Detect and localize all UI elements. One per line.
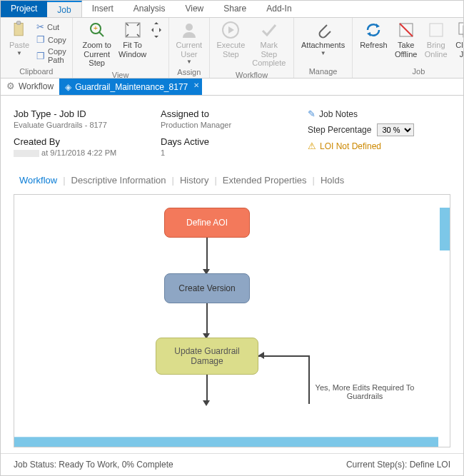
group-job: Refresh Take Offline Bring Online Clone … bbox=[353, 18, 464, 78]
mark-label: Mark Step Complete bbox=[252, 41, 286, 68]
group-clipboard: Paste ▼ Cut Copy Copy Path Clipboard bbox=[1, 18, 73, 78]
group-label-manage: Manage bbox=[298, 66, 348, 77]
tab-job[interactable]: Job bbox=[47, 1, 81, 17]
step-percentage-select[interactable]: 30 % bbox=[377, 123, 414, 136]
svg-line-3 bbox=[99, 32, 104, 36]
intab-workflow[interactable]: Workflow bbox=[14, 175, 63, 186]
notes-icon bbox=[308, 108, 316, 119]
loi-warning: LOI Not Defined bbox=[308, 141, 450, 151]
back-edge bbox=[258, 355, 308, 357]
copy-path-button[interactable]: Copy Path bbox=[35, 46, 68, 65]
status-left: Job Status: Ready To Work, 0% Complete bbox=[14, 460, 173, 470]
svg-rect-1 bbox=[17, 21, 21, 24]
gear-icon bbox=[6, 81, 15, 91]
days-heading: Days Active bbox=[161, 136, 308, 147]
svg-marker-10 bbox=[367, 32, 370, 36]
fit-window-icon bbox=[123, 21, 142, 39]
status-right: Current Step(s): Define LOI bbox=[346, 460, 450, 470]
node-update-guardrail[interactable]: Update Guardrail Damage bbox=[156, 338, 258, 375]
current-user-label: Current User bbox=[176, 41, 203, 59]
current-user-button[interactable]: Current User ▼ bbox=[173, 19, 206, 66]
node-create-version[interactable]: Create Version bbox=[164, 273, 250, 303]
status-bar: Job Status: Ready To Work, 0% Complete C… bbox=[1, 453, 463, 475]
refresh-button[interactable]: Refresh bbox=[357, 19, 390, 51]
execute-step-button[interactable]: Execute Step bbox=[214, 19, 247, 60]
main-tabs: Project Job Insert Analysis View Share A… bbox=[1, 1, 463, 18]
user-icon bbox=[180, 21, 198, 39]
vertical-scrollbar[interactable] bbox=[440, 208, 450, 250]
chevron-down-icon: ▼ bbox=[186, 59, 192, 65]
job-notes-link[interactable]: Job Notes bbox=[308, 108, 450, 119]
fit-window-button[interactable]: Fit To Window bbox=[118, 19, 147, 60]
chevron-down-icon: ▼ bbox=[321, 50, 326, 56]
cut-button[interactable]: Cut bbox=[35, 21, 68, 33]
arrow bbox=[206, 375, 208, 403]
jobtype-value: Evaluate Guardrails - 8177 bbox=[14, 121, 161, 129]
intab-descriptive[interactable]: Descriptive Information bbox=[66, 175, 172, 186]
redacted-user bbox=[14, 150, 39, 157]
online-label: Bring Online bbox=[425, 41, 448, 59]
step-percentage-label: Step Percentage bbox=[308, 125, 371, 135]
copy-button[interactable]: Copy bbox=[35, 34, 68, 46]
svg-rect-0 bbox=[14, 23, 23, 35]
node-define-aoi[interactable]: Define AOI bbox=[164, 208, 250, 238]
play-icon bbox=[221, 21, 240, 39]
paperclip-icon bbox=[314, 21, 333, 39]
group-label-clipboard: Clipboard bbox=[5, 66, 68, 77]
job-details: Job Type - Job ID Evaluate Guardrails - … bbox=[1, 96, 463, 171]
inner-tabs: Workflow| Descriptive Information| Histo… bbox=[1, 171, 463, 194]
offline-label: Take Offline bbox=[395, 41, 418, 59]
days-value: 1 bbox=[161, 148, 308, 157]
svg-rect-13 bbox=[430, 24, 443, 36]
intab-holds[interactable]: Holds bbox=[315, 175, 350, 186]
close-icon[interactable]: ✕ bbox=[193, 81, 199, 89]
svg-marker-8 bbox=[228, 26, 234, 34]
fit-label: Fit To Window bbox=[118, 41, 146, 59]
tab-insert[interactable]: Insert bbox=[82, 1, 123, 17]
doc-tab-guardrail[interactable]: ◈ Guardrail_Maintenance_8177 ✕ bbox=[59, 79, 202, 95]
bring-online-button[interactable]: Bring Online bbox=[422, 19, 450, 60]
check-icon bbox=[260, 21, 278, 39]
tab-addin[interactable]: Add-In bbox=[256, 1, 301, 17]
svg-marker-9 bbox=[376, 24, 380, 28]
paste-button[interactable]: Paste ▼ bbox=[5, 19, 34, 58]
doc-tab-workflow[interactable]: Workflow bbox=[1, 79, 59, 95]
warning-icon bbox=[308, 141, 316, 151]
tab-view[interactable]: View bbox=[175, 1, 213, 17]
group-view: + Zoom to Current Step Fit To Window Vie… bbox=[73, 18, 169, 78]
mark-complete-button[interactable]: Mark Step Complete bbox=[249, 19, 289, 69]
take-offline-button[interactable]: Take Offline bbox=[392, 19, 420, 60]
attachments-button[interactable]: Attachments ▼ bbox=[298, 19, 348, 58]
paste-label: Paste bbox=[9, 41, 29, 50]
copy-path-icon bbox=[36, 51, 45, 61]
zoom-icon: + bbox=[88, 21, 106, 39]
arrowhead-icon bbox=[203, 400, 210, 406]
group-label-assign: Assign bbox=[173, 66, 206, 78]
arrow bbox=[206, 238, 208, 272]
tab-share[interactable]: Share bbox=[213, 1, 256, 17]
intab-extended[interactable]: Extended Properties bbox=[217, 175, 313, 186]
clone-job-button[interactable]: Clone Job bbox=[452, 19, 464, 60]
ribbon: Paste ▼ Cut Copy Copy Path Clipboard + Z… bbox=[1, 18, 463, 79]
pan-arrows-button[interactable] bbox=[148, 19, 164, 41]
tab-analysis[interactable]: Analysis bbox=[123, 1, 176, 17]
attachments-label: Attachments bbox=[301, 41, 345, 50]
group-manage: Attachments ▼ Manage bbox=[294, 18, 353, 78]
online-icon bbox=[427, 21, 445, 39]
chevron-down-icon: ▼ bbox=[16, 50, 22, 56]
zoom-current-step-button[interactable]: + Zoom to Current Step bbox=[77, 19, 117, 69]
workflow-file-icon: ◈ bbox=[65, 82, 71, 92]
document-tabs: Workflow ◈ Guardrail_Maintenance_8177 ✕ bbox=[1, 79, 463, 96]
cut-icon bbox=[36, 21, 44, 32]
execute-label: Execute Step bbox=[217, 41, 246, 59]
intab-history[interactable]: History bbox=[174, 175, 214, 186]
zoom-label: Zoom to Current Step bbox=[80, 41, 114, 68]
createdby-value: at 9/11/2018 4:22 PM bbox=[14, 148, 161, 157]
tab-project[interactable]: Project bbox=[1, 1, 47, 17]
svg-point-6 bbox=[186, 24, 193, 31]
assigned-heading: Assigned to bbox=[161, 108, 308, 119]
horizontal-scrollbar[interactable] bbox=[14, 437, 438, 447]
refresh-label: Refresh bbox=[360, 41, 388, 50]
workflow-canvas[interactable]: Define AOI Create Version Update Guardra… bbox=[14, 194, 450, 447]
svg-text:+: + bbox=[94, 24, 98, 32]
